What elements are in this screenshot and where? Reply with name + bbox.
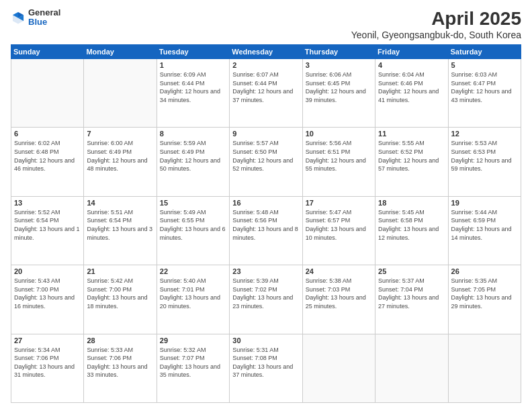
day-number: 17 [306,199,372,207]
calendar-table: Sunday Monday Tuesday Wednesday Thursday… [11,44,521,403]
table-row: 6Sunrise: 6:02 AM Sunset: 6:48 PM Daylig… [11,128,84,196]
day-number: 21 [87,267,153,275]
day-number: 4 [378,61,445,69]
calendar-week-3: 13Sunrise: 5:52 AM Sunset: 6:54 PM Dayli… [11,196,521,265]
day-info: Sunrise: 6:04 AM Sunset: 6:46 PM Dayligh… [378,71,445,104]
day-number: 30 [232,336,299,345]
table-row: 12Sunrise: 5:53 AM Sunset: 6:53 PM Dayli… [448,128,521,196]
day-info: Sunrise: 5:47 AM Sunset: 6:57 PM Dayligh… [306,208,372,242]
table-row: 19Sunrise: 5:44 AM Sunset: 6:59 PM Dayli… [448,196,521,265]
day-number: 29 [160,336,226,345]
day-info: Sunrise: 6:09 AM Sunset: 6:44 PM Dayligh… [160,71,226,104]
table-row [448,334,521,402]
table-row: 4Sunrise: 6:04 AM Sunset: 6:46 PM Daylig… [375,59,448,128]
day-number: 1 [160,61,226,69]
day-number: 11 [378,130,445,138]
logo-text: General Blue [28,8,60,28]
day-number: 7 [87,130,153,138]
calendar-week-4: 20Sunrise: 5:43 AM Sunset: 7:00 PM Dayli… [11,265,521,334]
day-info: Sunrise: 5:42 AM Sunset: 7:00 PM Dayligh… [87,277,153,310]
day-number: 16 [232,199,299,207]
table-row: 14Sunrise: 5:51 AM Sunset: 6:54 PM Dayli… [84,196,157,265]
day-number: 23 [232,267,299,275]
day-number: 22 [160,267,226,275]
table-row: 7Sunrise: 6:00 AM Sunset: 6:49 PM Daylig… [84,128,157,196]
col-sunday: Sunday [11,45,84,59]
col-wednesday: Wednesday [230,45,302,59]
col-thursday: Thursday [302,45,375,59]
page: General Blue April 2025 Yeonil, Gyeongsa… [0,0,532,411]
day-number: 10 [306,130,372,138]
table-row: 3Sunrise: 6:06 AM Sunset: 6:45 PM Daylig… [302,59,375,128]
table-row [375,334,448,402]
table-row: 26Sunrise: 5:35 AM Sunset: 7:05 PM Dayli… [448,265,521,334]
day-info: Sunrise: 5:49 AM Sunset: 6:55 PM Dayligh… [160,208,226,242]
day-number: 3 [306,61,372,69]
day-info: Sunrise: 5:38 AM Sunset: 7:03 PM Dayligh… [306,277,372,310]
day-info: Sunrise: 5:48 AM Sunset: 6:56 PM Dayligh… [232,208,299,242]
table-row [11,59,84,128]
day-number: 14 [87,199,153,207]
day-info: Sunrise: 5:31 AM Sunset: 7:08 PM Dayligh… [232,346,299,379]
day-info: Sunrise: 5:39 AM Sunset: 7:02 PM Dayligh… [232,277,299,310]
day-number: 13 [14,199,81,207]
main-title: April 2025 [351,8,521,30]
table-row: 17Sunrise: 5:47 AM Sunset: 6:57 PM Dayli… [302,196,375,265]
table-row: 28Sunrise: 5:33 AM Sunset: 7:06 PM Dayli… [84,334,157,402]
day-info: Sunrise: 5:40 AM Sunset: 7:01 PM Dayligh… [160,277,226,310]
day-number: 8 [160,130,226,138]
day-number: 25 [378,267,445,275]
day-info: Sunrise: 5:55 AM Sunset: 6:52 PM Dayligh… [378,139,445,173]
day-info: Sunrise: 5:59 AM Sunset: 6:49 PM Dayligh… [160,139,226,173]
day-number: 6 [14,130,81,138]
day-number: 9 [232,130,299,138]
day-number: 24 [306,267,372,275]
day-info: Sunrise: 5:45 AM Sunset: 6:58 PM Dayligh… [378,208,445,242]
col-friday: Friday [375,45,448,59]
day-number: 27 [14,336,81,345]
day-info: Sunrise: 5:51 AM Sunset: 6:54 PM Dayligh… [87,208,153,242]
table-row: 24Sunrise: 5:38 AM Sunset: 7:03 PM Dayli… [302,265,375,334]
day-info: Sunrise: 5:53 AM Sunset: 6:53 PM Dayligh… [451,139,518,173]
day-info: Sunrise: 6:02 AM Sunset: 6:48 PM Dayligh… [14,139,81,173]
calendar-header-row: Sunday Monday Tuesday Wednesday Thursday… [11,45,521,59]
day-info: Sunrise: 6:00 AM Sunset: 6:49 PM Dayligh… [87,139,153,173]
logo-blue-text: Blue [28,17,60,27]
table-row: 29Sunrise: 5:32 AM Sunset: 7:07 PM Dayli… [157,334,229,402]
day-number: 26 [451,267,518,275]
calendar-week-1: 1Sunrise: 6:09 AM Sunset: 6:44 PM Daylig… [11,59,521,128]
table-row: 20Sunrise: 5:43 AM Sunset: 7:00 PM Dayli… [11,265,84,334]
day-info: Sunrise: 5:52 AM Sunset: 6:54 PM Dayligh… [14,208,81,242]
day-info: Sunrise: 5:37 AM Sunset: 7:04 PM Dayligh… [378,277,445,310]
table-row: 10Sunrise: 5:56 AM Sunset: 6:51 PM Dayli… [302,128,375,196]
table-row: 27Sunrise: 5:34 AM Sunset: 7:06 PM Dayli… [11,334,84,402]
table-row: 25Sunrise: 5:37 AM Sunset: 7:04 PM Dayli… [375,265,448,334]
day-number: 19 [451,199,518,207]
logo: General Blue [11,8,60,28]
col-monday: Monday [84,45,157,59]
table-row: 15Sunrise: 5:49 AM Sunset: 6:55 PM Dayli… [157,196,229,265]
logo-icon [11,10,26,25]
table-row: 21Sunrise: 5:42 AM Sunset: 7:00 PM Dayli… [84,265,157,334]
day-number: 2 [232,61,299,69]
day-info: Sunrise: 5:33 AM Sunset: 7:06 PM Dayligh… [87,346,153,379]
day-info: Sunrise: 5:56 AM Sunset: 6:51 PM Dayligh… [306,139,372,173]
title-block: April 2025 Yeonil, Gyeongsangbuk-do, Sou… [351,8,521,40]
calendar-week-5: 27Sunrise: 5:34 AM Sunset: 7:06 PM Dayli… [11,334,521,402]
table-row: 11Sunrise: 5:55 AM Sunset: 6:52 PM Dayli… [375,128,448,196]
subtitle: Yeonil, Gyeongsangbuk-do, South Korea [351,30,521,40]
header: General Blue April 2025 Yeonil, Gyeongsa… [11,8,521,40]
table-row: 1Sunrise: 6:09 AM Sunset: 6:44 PM Daylig… [157,59,229,128]
day-info: Sunrise: 6:06 AM Sunset: 6:45 PM Dayligh… [306,71,372,104]
logo-general-text: General [28,8,60,17]
table-row: 2Sunrise: 6:07 AM Sunset: 6:44 PM Daylig… [230,59,302,128]
table-row: 8Sunrise: 5:59 AM Sunset: 6:49 PM Daylig… [157,128,229,196]
table-row: 13Sunrise: 5:52 AM Sunset: 6:54 PM Dayli… [11,196,84,265]
table-row [84,59,157,128]
table-row: 18Sunrise: 5:45 AM Sunset: 6:58 PM Dayli… [375,196,448,265]
day-number: 15 [160,199,226,207]
day-info: Sunrise: 5:34 AM Sunset: 7:06 PM Dayligh… [14,346,81,379]
day-info: Sunrise: 6:03 AM Sunset: 6:47 PM Dayligh… [451,71,518,104]
table-row: 22Sunrise: 5:40 AM Sunset: 7:01 PM Dayli… [157,265,229,334]
day-number: 20 [14,267,81,275]
